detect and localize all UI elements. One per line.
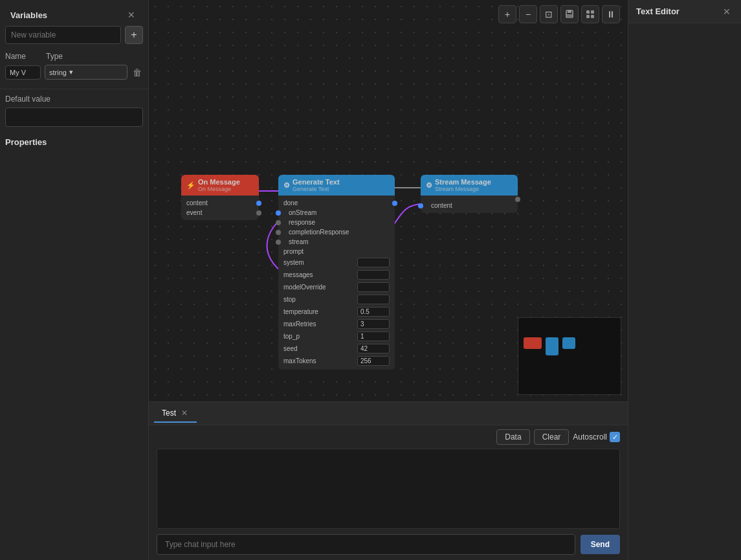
svg-rect-6 — [591, 15, 594, 18]
svg-rect-3 — [586, 10, 590, 14]
max-retries-input[interactable] — [357, 319, 390, 329]
on-message-node[interactable]: ⚡ On Message On Message content event — [181, 175, 259, 220]
new-variable-row: + — [5, 26, 143, 49]
layout-button[interactable] — [581, 5, 599, 23]
variable-name-input[interactable] — [5, 65, 41, 80]
test-tabs: Test ✕ — [149, 402, 628, 425]
variable-type-select[interactable]: string ▾ — [45, 65, 127, 80]
stream-message-header: ⚙ Stream Message Stream Message — [421, 175, 518, 196]
type-value: string — [49, 69, 67, 76]
default-value-input[interactable] — [5, 107, 143, 127]
autoscroll-checkbox[interactable]: ✓ — [610, 432, 620, 442]
autoscroll-label: Autoscroll ✓ — [573, 432, 620, 442]
delete-variable-button[interactable]: 🗑 — [131, 66, 143, 79]
on-message-title: On Message — [198, 178, 240, 186]
text-editor-panel: Text Editor ✕ — [628, 0, 741, 560]
generate-text-title: Generate Text — [293, 178, 340, 186]
stream-message-subtitle: Stream Message — [435, 186, 491, 192]
generate-text-body: done onStream response completionRespons… — [278, 196, 395, 370]
fit-view-button[interactable]: ⊡ — [540, 5, 558, 23]
model-override-input[interactable] — [357, 282, 390, 292]
test-controls: Data Clear Autoscroll ✓ — [149, 425, 628, 449]
top-p-input[interactable] — [357, 331, 390, 341]
clear-button[interactable]: Clear — [534, 429, 570, 445]
on-message-header: ⚡ On Message On Message — [181, 175, 259, 196]
variables-close-button[interactable]: ✕ — [125, 9, 138, 21]
canvas-toolbar: + − ⊡ ⏸ — [498, 5, 620, 23]
stream-port-row: stream — [278, 237, 395, 247]
stop-input[interactable] — [357, 295, 390, 304]
variable-labels: Name Type — [5, 49, 143, 65]
stream-message-title: Stream Message — [435, 178, 491, 186]
default-value-section: Default value — [0, 89, 148, 132]
default-value-label: Default value — [5, 95, 143, 104]
test-output[interactable] — [157, 449, 620, 529]
new-variable-input[interactable] — [5, 26, 121, 44]
main-area: + − ⊡ ⏸ — [149, 0, 628, 560]
variables-title: Variables — [10, 10, 47, 20]
completion-in-port — [276, 230, 281, 235]
on-message-body: content event — [181, 196, 259, 220]
minimap-content — [518, 318, 621, 394]
save-button[interactable] — [560, 5, 579, 23]
content-out-port — [256, 201, 261, 206]
test-tab-label: Test — [162, 409, 176, 418]
add-node-button[interactable]: + — [498, 5, 516, 23]
seed-input[interactable] — [357, 344, 390, 353]
temperature-input[interactable] — [357, 307, 390, 317]
name-label: Name — [5, 52, 41, 61]
chevron-down-icon: ▾ — [69, 68, 73, 76]
pause-button[interactable]: ⏸ — [602, 5, 620, 23]
system-input[interactable] — [357, 258, 390, 267]
response-port-row: response — [278, 218, 395, 227]
response-in-port — [276, 220, 281, 225]
top-p-row: top_p — [278, 330, 395, 342]
stream-message-body: content — [421, 196, 518, 213]
messages-input[interactable] — [357, 270, 390, 280]
add-variable-button[interactable]: + — [125, 26, 143, 44]
svg-rect-4 — [591, 10, 594, 14]
variable-row: string ▾ 🗑 — [5, 65, 143, 80]
test-panel: Test ✕ Data Clear Autoscroll ✓ Send — [149, 401, 628, 560]
properties-section: Properties — [0, 132, 148, 560]
chat-input-row: Send — [149, 529, 628, 560]
send-button[interactable]: Send — [581, 535, 620, 554]
stream-content-in-port — [418, 203, 423, 208]
on-message-port-event: event — [181, 208, 259, 218]
node-canvas[interactable]: ⚡ On Message On Message content event — [149, 0, 628, 401]
stream-content-row: content — [421, 201, 518, 210]
test-tab[interactable]: Test ✕ — [154, 405, 197, 423]
text-editor-header: Text Editor ✕ — [628, 0, 741, 23]
sidebar: Variables ✕ + Name Type string ▾ 🗑 Defau… — [0, 0, 149, 560]
stream-message-node[interactable]: ⚙ Stream Message Stream Message content — [421, 175, 518, 213]
generate-text-icon: ⚙ — [283, 181, 290, 190]
max-tokens-input[interactable] — [357, 356, 390, 366]
completion-port-row: completionResponse — [278, 227, 395, 237]
done-port-row: done — [278, 198, 395, 208]
stream-in-port — [276, 240, 281, 245]
on-message-icon: ⚡ — [186, 181, 195, 190]
generate-text-subtitle: Generate Text — [293, 186, 340, 192]
svg-rect-2 — [567, 14, 572, 17]
seed-row: seed — [278, 342, 395, 355]
system-row: system — [278, 256, 395, 269]
on-message-subtitle: On Message — [198, 186, 240, 192]
temperature-row: temperature — [278, 306, 395, 318]
minimap — [518, 317, 621, 395]
data-button[interactable]: Data — [496, 429, 529, 445]
text-editor-title: Text Editor — [636, 6, 680, 16]
properties-title: Properties — [5, 137, 143, 147]
stop-row: stop — [278, 293, 395, 306]
onstream-port-row: onStream — [278, 208, 395, 218]
zoom-out-button[interactable]: − — [519, 5, 537, 23]
svg-rect-5 — [586, 15, 590, 18]
generate-text-header: ⚙ Generate Text Generate Text — [278, 175, 395, 196]
generate-text-node[interactable]: ⚙ Generate Text Generate Text done onStr… — [278, 175, 395, 370]
chat-input[interactable] — [157, 534, 575, 555]
onstream-in-port — [276, 210, 281, 216]
stream-message-icon: ⚙ — [426, 181, 432, 190]
minimap-stream-message — [562, 337, 575, 349]
text-editor-close-button[interactable]: ✕ — [720, 6, 733, 17]
minimap-generate-text — [546, 337, 559, 355]
test-tab-close-button[interactable]: ✕ — [180, 409, 189, 418]
